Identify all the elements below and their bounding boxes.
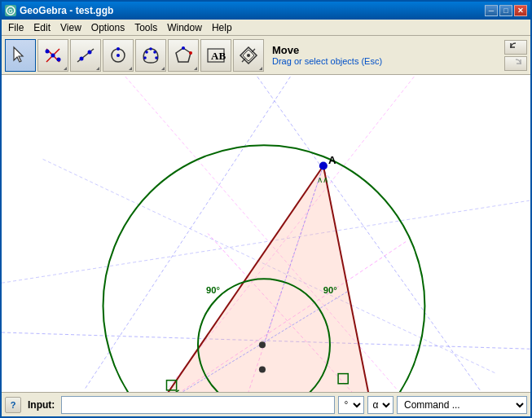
svg-point-16 [149,47,152,51]
svg-text:G: G [8,8,13,14]
menu-options[interactable]: Options [86,20,130,35]
redo-icon [509,58,522,69]
svg-point-13 [117,47,120,51]
tool-dropdown-arrow6 [259,67,262,70]
help-button[interactable]: ? [5,397,21,413]
svg-point-10 [88,50,92,54]
svg-point-21 [189,51,192,55]
canvas-area[interactable]: 90° 90° ∟ ∧∧ A B C [2,75,530,392]
titlebar-left: G GeoGebra - test.ggb [5,5,113,16]
svg-text:90°: 90° [323,285,337,295]
svg-marker-19 [176,48,191,62]
svg-point-52 [259,341,266,348]
tool-dropdown-arrow5 [194,67,197,70]
tool-dropdown-arrow2 [96,67,99,70]
conic-icon [141,46,160,65]
svg-text:ABC: ABC [211,50,226,62]
app-icon: G [5,5,16,16]
input-label: Input: [24,399,58,411]
circle-tool-button[interactable] [103,39,134,72]
menu-tools[interactable]: Tools [130,20,162,35]
tool-dropdown-arrow [64,67,67,70]
titlebar: G GeoGebra - test.ggb ─ □ ✕ [2,2,530,20]
svg-point-12 [117,54,120,57]
minimize-button[interactable]: ─ [485,5,498,16]
circle-icon [108,46,128,65]
svg-point-5 [46,49,50,53]
menubar: File Edit View Options Tools Window Help [2,20,530,36]
svg-point-20 [182,46,185,50]
svg-point-14 [145,51,148,54]
tool-dropdown-arrow3 [129,67,132,70]
move-tool-button[interactable] [5,39,36,72]
transform-icon [239,46,258,65]
main-window: G GeoGebra - test.ggb ─ □ ✕ File Edit Vi… [0,0,532,418]
svg-line-8 [77,49,94,62]
undo-redo-area [504,40,527,71]
svg-point-17 [143,56,147,59]
maximize-button[interactable]: □ [499,5,512,16]
svg-marker-2 [14,47,23,62]
svg-point-26 [247,54,250,57]
line-tool-button[interactable] [70,39,101,72]
polygon-icon [174,46,193,65]
text-tool-button[interactable]: ABC [200,39,231,72]
polygon-tool-button[interactable] [168,39,199,72]
command-select[interactable]: Command ... [397,396,527,414]
point-tool-button[interactable] [37,39,68,72]
svg-point-18 [155,56,158,59]
move-icon [11,46,30,65]
undo-button[interactable] [504,40,527,55]
transform-tool-button[interactable] [233,39,264,72]
svg-point-6 [57,57,61,61]
svg-point-54 [319,161,328,169]
menu-view[interactable]: View [55,20,86,35]
active-tool-description: Drag or select objects (Esc) [272,56,493,66]
degree-select[interactable]: ° [338,396,364,414]
geometry-canvas[interactable]: 90° 90° ∟ ∧∧ A B C [2,75,530,392]
close-button[interactable]: ✕ [514,5,527,16]
menu-file[interactable]: File [3,20,29,35]
conic-tool-button[interactable] [135,39,166,72]
tool-info-panel: Move Drag or select objects (Esc) [266,41,499,69]
window-title: GeoGebra - test.ggb [20,5,113,16]
menu-edit[interactable]: Edit [29,20,55,35]
alpha-select[interactable]: α [367,396,394,414]
window-controls: ─ □ ✕ [485,5,527,16]
svg-text:A: A [328,154,336,166]
point-icon [43,46,63,65]
menu-window[interactable]: Window [162,20,207,35]
input-field[interactable] [61,396,335,414]
toolbar: ABC Move Drag or select objects (Esc) [2,36,530,75]
svg-text:90°: 90° [206,285,220,295]
line-icon [76,46,95,65]
svg-point-53 [259,367,266,373]
active-tool-name: Move [272,44,493,56]
redo-button[interactable] [504,56,527,71]
undo-icon [509,42,522,53]
svg-point-9 [80,56,84,60]
statusbar: ? Input: ° α Command ... [2,392,530,416]
svg-point-7 [51,53,55,57]
text-icon: ABC [206,46,226,65]
tool-dropdown-arrow4 [161,67,165,70]
menu-help[interactable]: Help [207,20,237,35]
svg-point-15 [153,51,156,54]
